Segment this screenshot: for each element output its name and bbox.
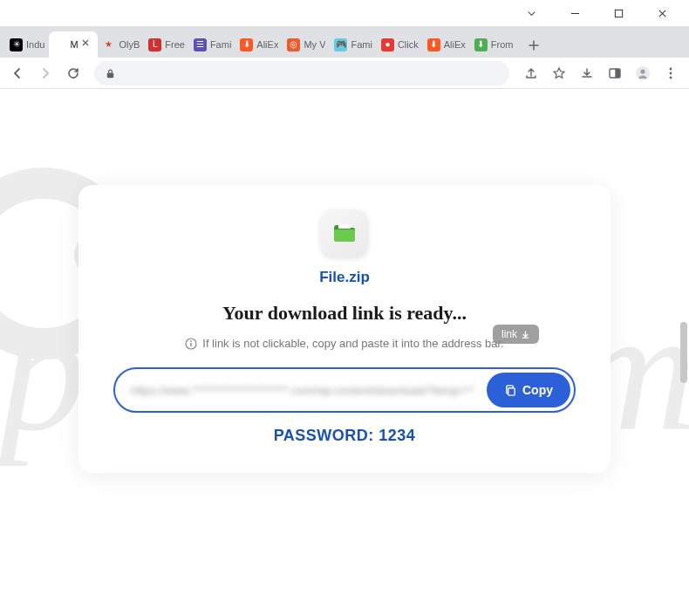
bookmark-star-icon[interactable] (546, 60, 572, 86)
svg-rect-5 (616, 69, 620, 78)
svg-point-9 (670, 72, 672, 74)
svg-rect-17 (508, 387, 515, 394)
copy-label: Copy (522, 383, 553, 397)
back-button[interactable] (5, 61, 30, 86)
browser-tab[interactable]: ⬇AliEx (423, 31, 470, 58)
browser-tab[interactable]: ⌾M (49, 31, 98, 58)
copy-button[interactable]: Copy (487, 373, 570, 407)
info-icon (185, 338, 197, 350)
tab-title: Click (398, 39, 419, 50)
window-controls (0, 0, 689, 26)
kebab-menu-icon[interactable] (658, 60, 684, 86)
svg-rect-2 (107, 72, 113, 78)
tab-title: AliEx (256, 39, 278, 50)
lock-icon (105, 67, 117, 79)
svg-rect-13 (334, 229, 355, 242)
download-icon[interactable] (574, 60, 600, 86)
favicon: ⬇ (240, 38, 253, 51)
tab-title: Fami (351, 39, 372, 50)
tab-title: M (70, 39, 78, 50)
browser-tab[interactable]: ☰Fami (189, 31, 235, 58)
maximize-button[interactable] (598, 0, 638, 26)
browser-toolbar (0, 58, 689, 89)
share-icon[interactable] (518, 60, 544, 86)
svg-point-8 (670, 67, 672, 70)
browser-tab[interactable]: ⬇AliEx (235, 31, 283, 58)
favicon: ◎ (287, 38, 300, 51)
svg-point-15 (190, 340, 192, 342)
browser-tab[interactable]: ◎My V (283, 31, 330, 58)
reload-button[interactable] (61, 61, 85, 86)
hint-text: If link is not clickable, copy and paste… (202, 337, 503, 350)
page-content: pcrisk.com File.zip Your download link i… (0, 89, 689, 616)
favicon: 🎮 (334, 38, 347, 51)
svg-rect-1 (615, 10, 622, 17)
browser-tab[interactable]: 🎮Fami (330, 31, 376, 58)
tab-title: AliEx (444, 39, 466, 50)
svg-rect-16 (191, 343, 192, 346)
sidepanel-icon[interactable] (602, 60, 628, 86)
profile-icon[interactable] (630, 60, 656, 86)
forward-button[interactable] (33, 61, 58, 86)
vertical-scrollbar[interactable] (680, 322, 687, 383)
tab-title: OlyB (119, 39, 140, 50)
link-hint-pill: link (493, 325, 539, 344)
tab-strip: ✳Indu⌾M★OlyBLFree☰Fami⬇AliEx◎My V🎮Fami●C… (0, 26, 689, 58)
favicon: ● (381, 38, 394, 51)
favicon: ⬇ (427, 38, 440, 51)
file-icon (321, 209, 368, 257)
copy-icon (504, 384, 517, 397)
favicon: ✳ (10, 38, 23, 51)
filename: File.zip (319, 269, 370, 286)
download-link-field[interactable]: https://www.**********************.com/w… (119, 374, 487, 406)
link-row: https://www.**********************.com/w… (113, 367, 576, 413)
tab-title: From (491, 39, 514, 50)
hint-row: If link is not clickable, copy and paste… (185, 337, 503, 350)
favicon: ☰ (194, 38, 207, 51)
browser-tab[interactable]: ✳Indu (5, 31, 49, 58)
favicon: ⬇ (474, 38, 488, 51)
svg-point-10 (670, 76, 672, 79)
browser-tab[interactable]: LFree (144, 31, 189, 58)
favicon: ⌾ (53, 38, 66, 51)
minimize-button[interactable] (555, 0, 595, 26)
tab-title: Fami (210, 39, 231, 50)
tab-title: Indu (26, 39, 44, 50)
favicon: L (148, 38, 161, 51)
browser-tab[interactable]: ★OlyB (98, 31, 144, 58)
tab-title: My V (304, 39, 325, 50)
browser-tab[interactable]: ●Click (377, 31, 423, 58)
close-tab-icon[interactable] (81, 38, 93, 51)
chevron-down-icon[interactable] (511, 0, 551, 26)
new-tab-button[interactable] (522, 33, 546, 58)
svg-rect-12 (338, 224, 351, 229)
browser-tab[interactable]: ⬇From (470, 31, 518, 58)
download-heading: Your download link is ready... (222, 302, 467, 325)
download-arrow-icon (521, 330, 530, 339)
password-label: PASSWORD: 1234 (274, 427, 416, 445)
tab-title: Free (165, 39, 185, 50)
svg-point-7 (640, 69, 645, 73)
address-bar[interactable] (94, 61, 509, 86)
close-window-button[interactable] (642, 0, 682, 26)
favicon: ★ (102, 38, 115, 51)
